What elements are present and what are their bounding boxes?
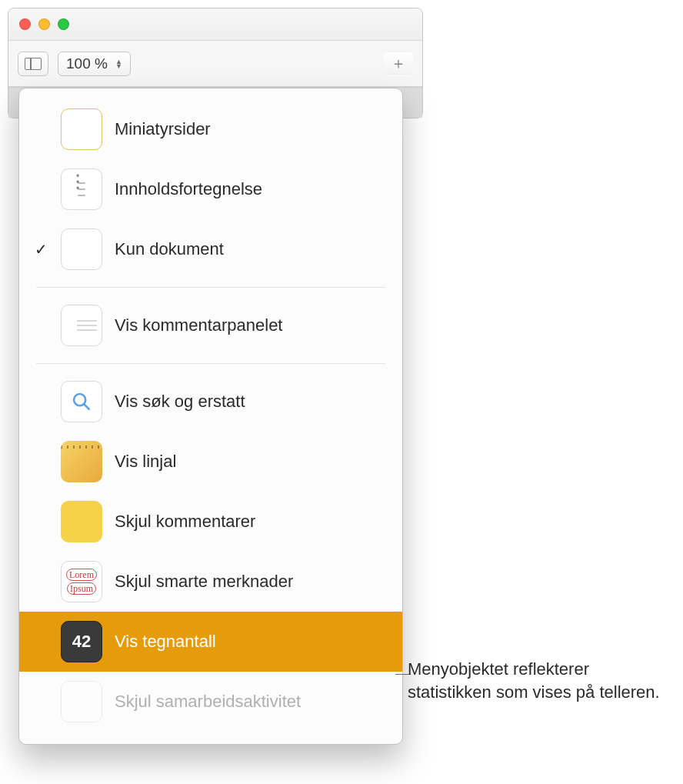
- menu-item-label: Vis kommentarpanelet: [115, 315, 283, 335]
- close-window-button[interactable]: [19, 18, 31, 30]
- menu-item-smart-annotations[interactable]: LoremIpsum Skjul smarte merknader: [19, 552, 402, 612]
- character-count-icon: 42: [61, 621, 102, 662]
- sidebar-icon: [25, 58, 42, 70]
- collaboration-icon: [61, 681, 102, 722]
- menu-item-label: Innholdsfortegnelse: [115, 179, 262, 199]
- menu-item-collaboration-activity: Skjul samarbeidsaktivitet: [19, 672, 402, 732]
- plus-icon: ＋: [391, 53, 406, 74]
- menu-item-comment-panel[interactable]: Vis kommentarpanelet: [19, 295, 402, 355]
- menu-item-find-replace[interactable]: Vis søk og erstatt: [19, 372, 402, 432]
- zoom-select[interactable]: 100 % ▲▼: [58, 52, 131, 76]
- menu-item-ruler[interactable]: Vis linjal: [19, 432, 402, 492]
- zoom-value: 100 %: [66, 55, 108, 72]
- count-badge-value: 42: [72, 632, 91, 652]
- checkmark-icon: ✓: [33, 240, 48, 259]
- menu-item-character-count[interactable]: 42 Vis tegnantall: [19, 612, 402, 672]
- smart-annotations-icon: LoremIpsum: [61, 561, 102, 602]
- menu-item-hide-comments[interactable]: Skjul kommentarer: [19, 492, 402, 552]
- titlebar: [8, 8, 422, 41]
- menu-item-label: Vis linjal: [115, 452, 176, 472]
- chevron-up-down-icon: ▲▼: [115, 59, 122, 68]
- svg-line-1: [85, 405, 90, 410]
- menu-divider: [36, 363, 385, 364]
- menu-item-label: Kun dokument: [115, 239, 224, 259]
- menu-item-label: Skjul samarbeidsaktivitet: [115, 692, 301, 712]
- search-icon: [61, 381, 102, 422]
- menu-item-toc[interactable]: Innholdsfortegnelse: [19, 159, 402, 219]
- toolbar: 100 % ▲▼ ＋: [8, 41, 422, 87]
- menu-item-label: Vis tegnantall: [115, 632, 216, 652]
- menu-item-label: Skjul smarte merknader: [115, 572, 293, 592]
- thumbnails-icon: [61, 108, 102, 150]
- menu-divider: [36, 287, 385, 288]
- menu-item-label: Miniatyrsider: [115, 119, 211, 139]
- menu-item-label: Skjul kommentarer: [115, 512, 255, 532]
- view-menu-popover: Miniatyrsider Innholdsfortegnelse ✓ Kun …: [18, 88, 403, 745]
- menu-item-document-only[interactable]: ✓ Kun dokument: [19, 219, 402, 279]
- minimize-window-button[interactable]: [38, 18, 50, 30]
- zoom-window-button[interactable]: [58, 18, 69, 30]
- toc-icon: [61, 168, 102, 210]
- svg-point-0: [74, 394, 85, 405]
- menu-item-thumbnails[interactable]: Miniatyrsider: [19, 99, 402, 159]
- comment-note-icon: [61, 501, 102, 542]
- callout-text: Menyobjektet reflekterer statistikken so…: [408, 658, 677, 703]
- ruler-icon: [61, 441, 102, 482]
- document-icon: [61, 229, 102, 270]
- comment-panel-icon: [61, 305, 102, 346]
- menu-item-label: Vis søk og erstatt: [115, 392, 245, 412]
- traffic-lights: [19, 18, 69, 30]
- insert-button[interactable]: ＋: [384, 52, 413, 76]
- view-menu-button[interactable]: [18, 52, 48, 76]
